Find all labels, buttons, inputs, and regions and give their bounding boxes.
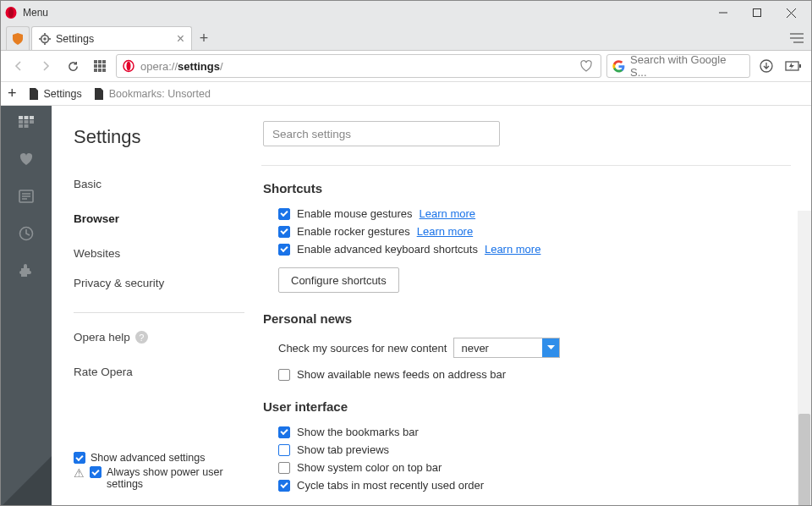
bookmark-item-settings[interactable]: Settings xyxy=(29,88,82,100)
news-check-row: Check my sources for new content never xyxy=(278,338,791,358)
svg-rect-23 xyxy=(102,69,106,72)
back-button[interactable] xyxy=(8,55,30,77)
svg-rect-21 xyxy=(94,69,97,72)
add-bookmark-button[interactable]: + xyxy=(8,85,17,102)
shield-icon xyxy=(11,32,25,46)
checkbox-keyboard[interactable] xyxy=(278,244,290,256)
search-placeholder: Search with Google S... xyxy=(630,53,744,79)
chevron-down-icon xyxy=(542,338,559,357)
svg-rect-16 xyxy=(98,60,102,63)
scrollbar-thumb[interactable] xyxy=(798,414,810,506)
svg-rect-22 xyxy=(98,69,102,72)
nav-rate[interactable]: Rate Opera xyxy=(74,361,244,382)
svg-rect-33 xyxy=(25,120,29,124)
sidebar-extensions[interactable] xyxy=(17,261,36,280)
section-ui: User interface xyxy=(263,399,791,414)
search-box[interactable]: Search with Google S... xyxy=(606,54,750,78)
tab-close-icon[interactable]: × xyxy=(177,31,184,47)
configure-shortcuts-button[interactable]: Configure shortcuts xyxy=(278,267,399,293)
checkbox-advanced[interactable] xyxy=(74,452,85,464)
learn-more-link[interactable]: Learn more xyxy=(417,225,473,238)
settings-footer: Show advanced settings ⚠ Always show pow… xyxy=(74,449,244,498)
warning-icon: ⚠ xyxy=(74,466,85,480)
footer-power-row[interactable]: ⚠ Always show power user settings xyxy=(74,466,244,490)
help-icon: ? xyxy=(135,331,148,344)
svg-rect-30 xyxy=(25,116,29,119)
sidebar xyxy=(1,106,52,506)
sidebar-news[interactable] xyxy=(17,187,36,206)
checkbox-cycle-tabs[interactable] xyxy=(278,480,290,492)
nav-websites[interactable]: Websites xyxy=(74,243,244,264)
bookmark-heart-button[interactable] xyxy=(577,57,595,75)
svg-rect-28 xyxy=(799,64,801,68)
opt-system-color[interactable]: Show system color on top bar xyxy=(278,461,791,474)
checkbox-feeds[interactable] xyxy=(278,369,290,381)
svg-point-7 xyxy=(43,37,47,41)
sidebar-speed-dial[interactable] xyxy=(17,113,36,131)
sidebar-history[interactable] xyxy=(17,224,36,243)
opt-rocker-gestures[interactable]: Enable rocker gestures Learn more xyxy=(278,225,791,238)
opt-tab-previews[interactable]: Show tab previews xyxy=(278,443,791,456)
footer-advanced-row[interactable]: Show advanced settings xyxy=(74,452,244,464)
address-bar[interactable]: opera://settings/ xyxy=(116,54,601,78)
page-icon xyxy=(94,88,104,100)
page-title: Settings xyxy=(74,126,244,148)
opera-logo-icon xyxy=(4,6,18,19)
forward-button[interactable] xyxy=(35,55,57,77)
checkbox-mouse[interactable] xyxy=(278,208,290,220)
opt-cycle-tabs[interactable]: Cycle tabs in most recently used order xyxy=(278,479,791,492)
opt-mouse-gestures[interactable]: Enable mouse gestures Learn more xyxy=(278,207,791,220)
maximize-button[interactable] xyxy=(740,2,774,24)
checkbox-tab-previews[interactable] xyxy=(278,444,290,456)
content-area: Settings Basic Browser Websites Privacy … xyxy=(1,106,811,506)
nav-basic[interactable]: Basic xyxy=(74,173,244,195)
svg-rect-36 xyxy=(25,124,29,128)
window-menu-label[interactable]: Menu xyxy=(23,7,48,19)
pinned-tab[interactable] xyxy=(6,26,30,50)
svg-rect-35 xyxy=(19,124,23,128)
opt-keyboard-shortcuts[interactable]: Enable advanced keyboard shortcuts Learn… xyxy=(278,243,791,256)
toolbar: opera://settings/ Search with Google S..… xyxy=(1,50,811,82)
new-tab-button[interactable]: + xyxy=(192,26,216,50)
section-news: Personal news xyxy=(263,311,791,326)
bookmarks-bar: + Settings Bookmarks: Unsorted xyxy=(1,82,811,106)
learn-more-link[interactable]: Learn more xyxy=(420,207,475,220)
window-controls xyxy=(706,2,808,24)
nav-separator xyxy=(74,312,244,313)
opera-icon xyxy=(122,59,135,73)
bookmark-item-unsorted[interactable]: Bookmarks: Unsorted xyxy=(94,88,211,100)
search-settings-input[interactable]: Search settings xyxy=(263,121,500,146)
nav-help[interactable]: Opera help ? xyxy=(74,327,244,348)
divider xyxy=(261,165,791,166)
nav-privacy[interactable]: Privacy & security xyxy=(74,272,244,294)
tab-settings[interactable]: Settings × xyxy=(31,26,192,50)
nav-browser[interactable]: Browser xyxy=(74,208,244,229)
svg-rect-31 xyxy=(30,116,34,119)
settings-page: Settings Basic Browser Websites Privacy … xyxy=(52,106,811,506)
learn-more-link[interactable]: Learn more xyxy=(485,243,540,256)
checkbox-system-color[interactable] xyxy=(278,462,290,474)
minimize-button[interactable] xyxy=(706,2,740,24)
opt-bookmarks-bar[interactable]: Show the bookmarks bar xyxy=(278,426,791,438)
reload-button[interactable] xyxy=(62,55,84,77)
battery-button[interactable] xyxy=(782,55,804,77)
downloads-button[interactable] xyxy=(755,55,777,77)
svg-rect-34 xyxy=(30,120,34,124)
address-text: opera://settings/ xyxy=(140,60,223,73)
news-interval-select[interactable]: never xyxy=(453,338,560,358)
sidebar-bookmarks[interactable] xyxy=(17,150,36,168)
checkbox-rocker[interactable] xyxy=(278,226,290,238)
svg-rect-29 xyxy=(19,116,23,119)
settings-main: Search settings Shortcuts Enable mouse g… xyxy=(261,106,811,506)
svg-rect-18 xyxy=(94,64,97,68)
svg-rect-17 xyxy=(102,60,106,63)
panel-toggle-button[interactable] xyxy=(782,26,811,50)
checkbox-bookmarks-bar[interactable] xyxy=(278,426,290,438)
speed-dial-button[interactable] xyxy=(89,55,111,77)
close-button[interactable] xyxy=(774,2,808,24)
opt-show-feeds[interactable]: Show available news feeds on address bar xyxy=(278,368,791,381)
page-icon xyxy=(29,88,39,100)
svg-point-1 xyxy=(8,8,14,18)
settings-nav: Settings Basic Browser Websites Privacy … xyxy=(52,106,261,506)
checkbox-power[interactable] xyxy=(90,466,102,478)
